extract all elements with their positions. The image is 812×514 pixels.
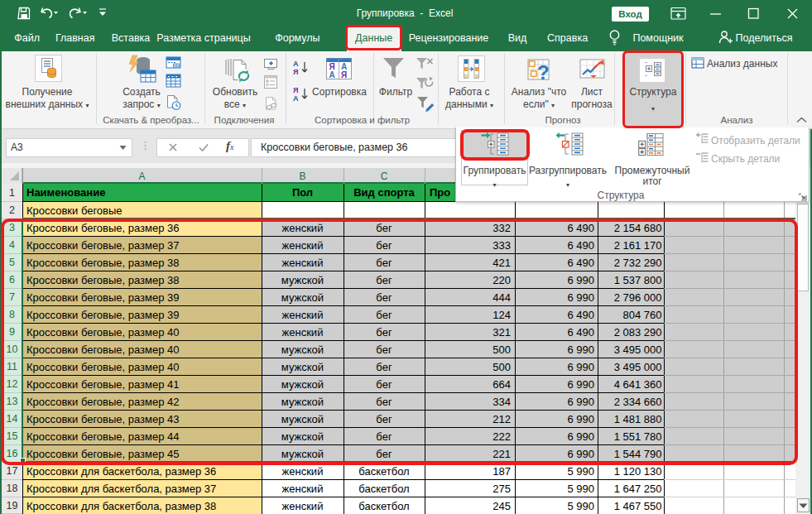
svg-text:Я: Я (293, 86, 298, 94)
svg-text:Я: Я (341, 70, 347, 79)
svg-text:?: ? (537, 61, 550, 81)
svg-text:А: А (293, 94, 299, 103)
svg-text:А: А (329, 70, 335, 79)
svg-text:А: А (293, 60, 299, 68)
svg-text:Я: Я (293, 68, 298, 76)
